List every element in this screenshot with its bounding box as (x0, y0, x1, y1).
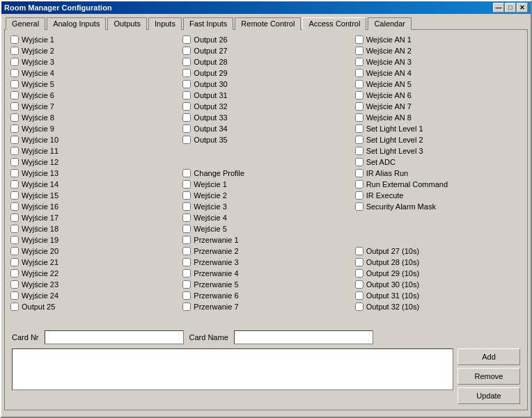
list-item: Wyjście 11 (10, 145, 177, 156)
cb-wyjscie-16[interactable] (10, 202, 19, 211)
cb-wyjscie-20[interactable] (10, 247, 19, 255)
cb-output-26[interactable] (182, 35, 191, 44)
cb-wyjscie-10[interactable] (10, 136, 19, 144)
tab-outputs[interactable]: Outputs (107, 17, 147, 30)
cb-wejscie-5[interactable] (182, 225, 191, 233)
update-button[interactable]: Update (457, 387, 520, 404)
cb-wejscie-an-8[interactable] (355, 113, 363, 122)
tab-inputs[interactable]: Inputs (148, 17, 182, 30)
list-item: Wejście AN 7 (355, 101, 522, 112)
cb-set-light-level-3[interactable] (355, 147, 363, 155)
list-item: Output 33 (182, 112, 349, 123)
close-button[interactable]: ✕ (517, 3, 528, 13)
cb-output-25[interactable] (10, 303, 19, 311)
cb-wejscie-1[interactable] (182, 180, 191, 188)
cb-wyjscie-12[interactable] (10, 158, 19, 166)
list-item: Wyjście 8 (10, 112, 177, 123)
cb-wyjscie-7[interactable] (10, 102, 19, 111)
cb-wejscie-an-5[interactable] (355, 80, 363, 88)
card-nr-input[interactable] (45, 330, 184, 344)
tab-fast-inputs[interactable]: Fast Inputs (183, 17, 233, 30)
cb-wyjscie-13[interactable] (10, 169, 19, 177)
list-item: Wyjście 16 (10, 201, 177, 212)
cb-wejscie-an-2[interactable] (355, 47, 363, 55)
list-item: Wyjście 17 (10, 212, 177, 223)
cb-output-30[interactable] (182, 80, 191, 88)
list-item: Output 27 (10s) (355, 246, 522, 257)
cb-wyjscie-19[interactable] (10, 236, 19, 244)
cb-set-light-level-2[interactable] (355, 136, 363, 144)
list-item: Przerwanie 5 (182, 279, 349, 290)
cb-output-31-10s[interactable] (355, 291, 363, 300)
cb-wyjscie-21[interactable] (10, 258, 19, 266)
cb-wyjscie-14[interactable] (10, 180, 19, 188)
card-name-input[interactable] (234, 330, 373, 344)
cb-wyjscie-23[interactable] (10, 280, 19, 289)
remove-button[interactable]: Remove (457, 368, 520, 385)
cb-wyjscie-17[interactable] (10, 214, 19, 222)
cb-run-external-command[interactable] (355, 180, 363, 188)
cb-output-27-10s[interactable] (355, 247, 363, 255)
cb-wyjscie-1[interactable] (10, 35, 19, 44)
cb-ir-execute[interactable] (355, 191, 363, 200)
list-item: Output 25 (10, 301, 177, 312)
tab-calendar[interactable]: Calendar (368, 17, 412, 30)
cb-output-27[interactable] (182, 47, 191, 55)
list-item: Wyjście 22 (10, 268, 177, 279)
cb-wejscie-an-7[interactable] (355, 102, 363, 111)
cb-przerwanie-7[interactable] (182, 303, 191, 311)
cb-wyjscie-8[interactable] (10, 113, 19, 122)
cb-wyjscie-11[interactable] (10, 147, 19, 155)
cb-wyjscie-3[interactable] (10, 58, 19, 66)
cb-wyjscie-5[interactable] (10, 80, 19, 88)
card-row: Card Nr Card Name (12, 330, 520, 344)
cb-set-light-level-1[interactable] (355, 124, 363, 133)
cb-przerwanie-1[interactable] (182, 236, 191, 244)
cb-output-30-10s[interactable] (355, 280, 363, 289)
cb-output-29-10s[interactable] (355, 269, 363, 278)
cb-output-32[interactable] (182, 102, 191, 111)
cb-output-29[interactable] (182, 69, 191, 77)
cb-przerwanie-2[interactable] (182, 247, 191, 255)
tab-remote-control[interactable]: Remote Control (235, 17, 301, 30)
tab-general[interactable]: General (6, 17, 45, 30)
cb-change-profile[interactable] (182, 169, 191, 177)
minimize-button[interactable]: — (493, 3, 504, 13)
cb-przerwanie-6[interactable] (182, 291, 191, 300)
cb-wyjscie-22[interactable] (10, 269, 19, 278)
cb-wyjscie-2[interactable] (10, 47, 19, 55)
tab-access-control[interactable]: Access Control (302, 17, 366, 30)
cb-output-34[interactable] (182, 124, 191, 133)
cb-wyjscie-6[interactable] (10, 91, 19, 99)
cb-wejscie-4[interactable] (182, 214, 191, 222)
list-item: Wyjście 19 (10, 234, 177, 246)
cb-wyjscie-18[interactable] (10, 225, 19, 233)
cb-output-31[interactable] (182, 91, 191, 99)
list-item: Wyjście 10 (10, 134, 177, 145)
cb-wejscie-an-1[interactable] (355, 35, 363, 44)
cb-wyjscie-15[interactable] (10, 191, 19, 200)
cb-przerwanie-4[interactable] (182, 269, 191, 278)
cb-output-33[interactable] (182, 113, 191, 122)
tab-analog-inputs[interactable]: Analog Inputs (47, 17, 106, 30)
cb-output-32-10s[interactable] (355, 303, 363, 311)
cb-output-35[interactable] (182, 136, 191, 144)
cb-wejscie-an-3[interactable] (355, 58, 363, 66)
cb-security-alarm-mask[interactable] (355, 202, 363, 211)
add-button[interactable]: Add (457, 348, 520, 365)
cb-przerwanie-3[interactable] (182, 258, 191, 266)
card-list[interactable] (12, 348, 453, 390)
maximize-button[interactable]: □ (505, 3, 516, 13)
cb-output-28-10s[interactable] (355, 258, 363, 266)
cb-output-28[interactable] (182, 58, 191, 66)
cb-ir-alias-run[interactable] (355, 169, 363, 177)
cb-wyjscie-24[interactable] (10, 291, 19, 300)
cb-wejscie-2[interactable] (182, 191, 191, 200)
cb-wejscie-an-6[interactable] (355, 91, 363, 99)
cb-set-adc[interactable] (355, 158, 363, 166)
cb-wyjscie-4[interactable] (10, 69, 19, 77)
cb-przerwanie-5[interactable] (182, 280, 191, 289)
cb-wejscie-3[interactable] (182, 202, 191, 211)
cb-wejscie-an-4[interactable] (355, 69, 363, 77)
cb-wyjscie-9[interactable] (10, 124, 19, 133)
